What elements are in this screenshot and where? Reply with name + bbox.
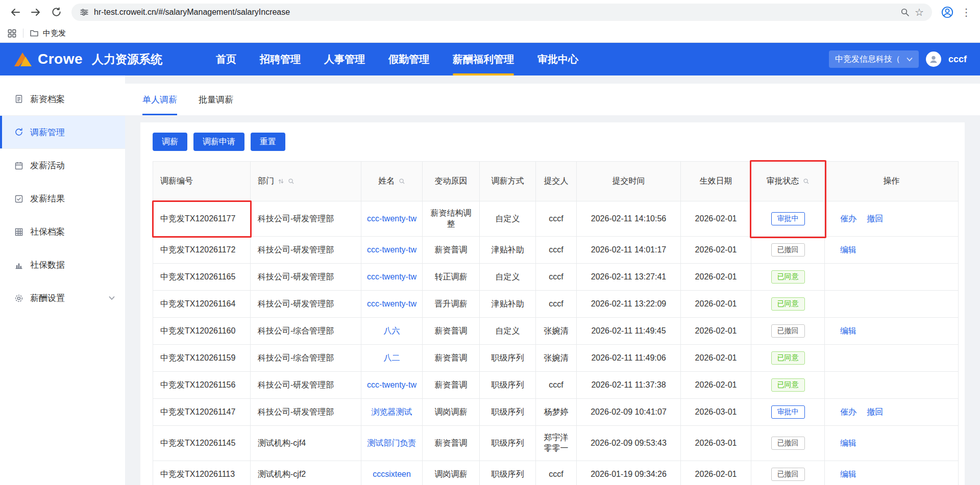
cell-adjust-id: 中竞发TX120261147	[153, 399, 251, 426]
cell-change-reason: 薪资普调	[423, 345, 480, 372]
nav-item-attendance[interactable]: 假勤管理	[388, 43, 429, 75]
brand-name: Crowe	[38, 51, 83, 67]
cell-submit-time: 2026-02-11 13:22:09	[577, 291, 681, 318]
tab-single-adjustment[interactable]: 单人调薪	[142, 84, 177, 115]
cell-submitter: cccf	[536, 291, 577, 318]
sidebar-item-social-security-archive[interactable]: 社保档案	[0, 215, 125, 248]
nav-item-salary-benefits[interactable]: 薪酬福利管理	[453, 43, 514, 75]
status-badge: 已撤回	[771, 437, 805, 450]
bookmark-folder-label: 中竞发	[43, 29, 66, 38]
sort-icon[interactable]	[278, 178, 284, 185]
cell-actions: 催办撤回	[825, 201, 959, 237]
cell-submitter: 张婉清	[536, 318, 577, 345]
employee-name-link[interactable]: ccc-twenty-tw	[367, 380, 416, 389]
cell-actions	[825, 372, 959, 399]
table-row: 中竞发TX120261156 科技公司-研发管理部 ccc-twenty-tw …	[153, 372, 959, 399]
nav-item-recruitment[interactable]: 招聘管理	[260, 43, 301, 75]
employee-name-link[interactable]: 测试部门负责	[368, 439, 416, 447]
nav-item-home[interactable]: 首页	[216, 43, 236, 75]
row-action-edit-link[interactable]: 编辑	[840, 439, 856, 447]
status-badge: 已同意	[771, 351, 805, 365]
search-icon[interactable]	[803, 178, 810, 185]
employee-name-link[interactable]: ccc-twenty-tw	[367, 272, 416, 281]
status-badge: 已撤回	[771, 324, 805, 338]
cell-actions: 编辑	[825, 426, 959, 461]
status-badge: 已同意	[771, 270, 805, 284]
employee-name-link[interactable]: cccsixteen	[373, 470, 411, 478]
table-row: 中竞发TX120261164 科技公司-研发管理部 ccc-twenty-tw …	[153, 291, 959, 318]
sidebar-item-social-security-data[interactable]: 社保数据	[0, 248, 125, 282]
company-select[interactable]: 中竞发信息科技（	[829, 50, 919, 68]
url-text[interactable]: hr-test.croweit.cn/#/salaryManagement/sa…	[94, 8, 290, 17]
employee-name-link[interactable]: ccc-twenty-tw	[367, 245, 416, 254]
refresh-button[interactable]	[47, 3, 65, 21]
cell-actions: 编辑	[825, 318, 959, 345]
row-action-edit-link[interactable]: 编辑	[840, 326, 856, 335]
back-button[interactable]	[6, 3, 24, 21]
cell-actions	[825, 264, 959, 291]
sidebar-item-payroll-result[interactable]: 发薪结果	[0, 182, 125, 215]
sidebar-item-salary-adjustment[interactable]: 调薪管理	[0, 116, 125, 149]
cell-change-reason: 薪资普调	[423, 318, 480, 345]
cell-approval-status: 审批中	[751, 201, 825, 237]
row-action-withdraw-link[interactable]: 撤回	[867, 214, 883, 223]
col-header-adjust-method: 调薪方式	[492, 176, 524, 187]
cell-approval-status: 已撤回	[751, 318, 825, 345]
forward-button[interactable]	[27, 3, 45, 21]
employee-name-link[interactable]: 八二	[384, 353, 400, 362]
row-action-edit-link[interactable]: 编辑	[840, 245, 856, 254]
toolbar: 调薪 调薪申请 重置	[153, 133, 952, 151]
employee-name-link[interactable]: 浏览器测试	[372, 407, 412, 416]
cell-adjust-id: 中竞发TX120261113	[153, 461, 251, 485]
status-badge: 已撤回	[771, 468, 805, 481]
tab-batch-adjustment[interactable]: 批量调薪	[199, 84, 233, 115]
row-action-urge-link[interactable]: 催办	[840, 214, 856, 223]
cell-actions	[825, 291, 959, 318]
cell-adjust-method: 职级序列	[480, 461, 536, 485]
cell-department: 科技公司-研发管理部	[251, 372, 361, 399]
cell-name: ccc-twenty-tw	[361, 372, 423, 399]
bookmark-folder[interactable]: 中竞发	[30, 29, 66, 38]
sidebar-item-label: 发薪活动	[30, 160, 65, 171]
chevron-down-icon	[109, 296, 115, 300]
adjust-salary-button[interactable]: 调薪	[153, 133, 187, 151]
table-row: 中竞发TX120261177 科技公司-研发管理部 ccc-twenty-tw …	[153, 201, 959, 237]
zoom-icon[interactable]	[900, 8, 910, 17]
sidebar-item-salary-archive[interactable]: 薪资档案	[0, 83, 125, 116]
employee-name-link[interactable]: ccc-twenty-tw	[367, 214, 416, 223]
browser-menu-icon[interactable]: ⋮	[959, 6, 974, 18]
cell-department: 科技公司-综合管理部	[251, 345, 361, 372]
search-icon[interactable]	[399, 178, 405, 185]
row-action-edit-link[interactable]: 编辑	[840, 470, 856, 478]
app-logo: Crowe 人力资源系统	[13, 51, 162, 67]
sidebar-item-payroll-activity[interactable]: 发薪活动	[0, 149, 125, 182]
main-nav: 首页 招聘管理 人事管理 假勤管理 薪酬福利管理 审批中心	[216, 43, 578, 75]
employee-name-link[interactable]: ccc-twenty-tw	[367, 299, 416, 308]
col-header-effective-date: 生效日期	[700, 176, 732, 187]
site-settings-icon[interactable]	[80, 8, 89, 17]
row-action-withdraw-link[interactable]: 撤回	[867, 407, 883, 416]
cell-submit-time: 2026-02-11 11:49:06	[577, 345, 681, 372]
reset-button[interactable]: 重置	[251, 133, 285, 151]
cell-adjust-method: 职级序列	[480, 426, 536, 461]
employee-name-link[interactable]: 八六	[384, 326, 400, 335]
content-card: 调薪 调薪申请 重置 调薪编号 部门	[140, 122, 965, 485]
sidebar-item-label: 社保数据	[30, 259, 65, 271]
sidebar-item-salary-settings[interactable]: 薪酬设置	[0, 282, 125, 315]
cell-submitter: 张婉清	[536, 345, 577, 372]
address-bar[interactable]: hr-test.croweit.cn/#/salaryManagement/sa…	[71, 4, 932, 21]
browser-profile-button[interactable]	[938, 3, 957, 21]
table-header-row: 调薪编号 部门 姓名 变动原因 调薪方式 提交人 提交时间	[153, 162, 959, 201]
user-avatar[interactable]	[926, 52, 941, 67]
bookmark-star-icon[interactable]: ☆	[915, 7, 924, 17]
apps-grid-icon[interactable]	[7, 29, 17, 38]
cell-adjust-id: 中竞发TX120261177	[153, 201, 251, 237]
cell-effective-date: 2026-03-01	[681, 399, 751, 426]
adjust-apply-button[interactable]: 调薪申请	[193, 133, 244, 151]
nav-item-approval-center[interactable]: 审批中心	[537, 43, 578, 75]
nav-item-personnel[interactable]: 人事管理	[324, 43, 365, 75]
row-action-urge-link[interactable]: 催办	[840, 407, 856, 416]
search-icon[interactable]	[288, 178, 295, 185]
cell-submitter: cccf	[536, 201, 577, 237]
user-icon	[928, 54, 939, 64]
